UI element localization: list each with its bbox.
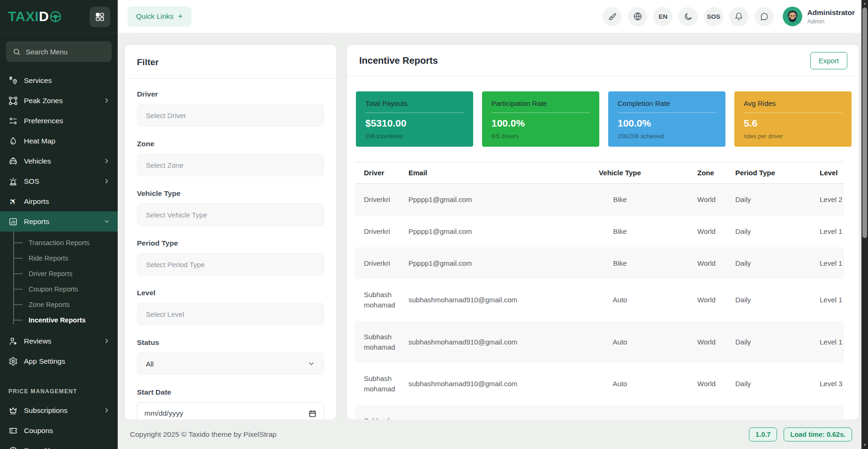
cell-email: subhashmohamad910@gmail.com [402,405,557,419]
scrollbar-thumb[interactable] [862,7,867,238]
submenu-item[interactable]: Driver Reports [0,266,118,281]
sliders-icon [8,116,18,126]
column-header-period-type[interactable]: Period Type [723,162,820,184]
column-header-zone[interactable]: Zone [683,162,723,184]
submenu-item[interactable]: Zone Reports [0,297,118,312]
tree-tick [13,242,23,243]
tree-tick [13,304,23,305]
sidebar-item-services[interactable]: Services [0,70,118,90]
sidebar-item-heat-map[interactable]: Heat Map [0,131,118,151]
filter-select-placeholder: Select Period Type [146,261,205,269]
stat-divider [618,112,716,113]
sidebar-item-reports[interactable]: Reports [0,211,118,232]
sidebar-item-label: Coupons [24,427,110,435]
filter-field-group: Zone Select Zone [137,140,324,176]
status-select[interactable]: All [137,352,324,375]
table-row: Subhash mohamad subhashmohamad910@gmail.… [355,321,844,363]
status-label: Status [137,338,324,347]
reports-table-wrap: Driver Email Vehicle Type Zone Period Ty… [355,162,848,419]
status-field-group: Status All [137,338,324,375]
stat-title: Avg Rides [744,99,842,107]
filter-select-placeholder: Select Driver [146,112,186,120]
table-row: Driverkri Ppppp1@gmail.com Bike World Da… [355,184,844,216]
sidebar-search-input[interactable]: Search Menu [6,41,112,62]
submenu-item[interactable]: Coupon Reports [0,281,118,297]
filter-select[interactable]: Select Period Type [137,253,324,276]
notifications-button[interactable] [729,7,748,26]
filter-field-label: Vehicle Type [137,189,324,198]
sidebar-item-airports[interactable]: ✈ Airports [0,191,118,211]
sidebar-item-label: Extra Charges [24,447,110,449]
export-button[interactable]: Export [810,52,847,69]
quick-links-button[interactable]: Quick Links + [128,7,191,27]
submenu-item-label: Ride Reports [29,254,68,262]
submenu-item-label: Transaction Reports [29,239,90,247]
sidebar-toggle-button[interactable] [90,7,110,27]
brand-text-primary: TAXI [8,9,39,24]
column-header-email[interactable]: Email [402,162,557,184]
filter-select[interactable]: Select Vehicle Type [137,203,324,226]
cell-zone: World [683,247,723,279]
column-header-driver[interactable]: Driver [355,162,402,184]
stat-subtitle: 206/206 achieved [618,133,716,140]
user-menu[interactable]: Administrator Admin [783,7,855,26]
brand-text-secondary: D [39,9,49,24]
filter-select[interactable]: Select Zone [137,154,324,176]
cell-driver: Subhash mohamad [355,363,402,405]
taxi-icon [8,157,18,166]
cell-vehicle-type: Bike [557,184,683,216]
plus-icon: + [178,12,183,22]
cell-vehicle-type: Bike [557,247,683,279]
sidebar-item-subscriptions[interactable]: Subscriptions [0,400,118,420]
filter-select[interactable]: Select Driver [137,104,324,127]
stat-title: Completion Rate [618,99,716,107]
filter-field-group: Vehicle Type Select Vehicle Type [137,189,324,226]
sidebar-item-app-settings[interactable]: App Settings [0,351,118,371]
status-value: All [146,360,154,368]
steering-wheel-icon [49,10,62,23]
messages-button[interactable] [755,7,774,26]
page-scrollbar[interactable]: ▲ ▼ [861,0,868,449]
page-title: Incentive Reports [359,55,438,66]
sidebar-item-reviews[interactable]: Reviews [0,331,118,351]
cell-period-type: Daily [723,184,820,216]
scroll-down-arrow[interactable]: ▼ [861,442,868,448]
sidebar-item-vehicles[interactable]: Vehicles [0,151,118,171]
cell-driver: Driverkri [355,247,402,279]
filter-field-label: Zone [137,140,324,148]
submenu-item[interactable]: Transaction Reports [0,235,118,250]
start-date-label: Start Date [137,388,324,397]
filter-panel: Filter Driver Select Driver Zone [125,45,336,419]
filter-title: Filter [137,57,324,67]
incentive-reports-panel: Incentive Reports Export Total Payouts $… [347,45,859,419]
submenu-item[interactable]: Incentive Reports [0,312,118,328]
language-selector[interactable]: EN [653,7,672,26]
dark-mode-button[interactable] [679,7,698,26]
filter-select[interactable]: Select Level [137,303,324,325]
start-date-input[interactable]: mm/dd/yyyy [137,402,324,419]
user-star-icon [8,337,18,346]
sidebar-item-extra-charges[interactable]: Extra Charges [0,441,118,449]
column-header-level[interactable]: Level [820,162,844,184]
chevron-down-icon [103,218,110,225]
filter-field-group: Period Type Select Period Type [137,239,324,276]
sidebar-item-peak-zones[interactable]: Peak Zones [0,90,118,111]
plane-icon: ✈ [8,197,18,206]
cell-period-type: Daily [723,279,820,321]
sidebar-item-coupons[interactable]: Coupons [0,420,118,441]
sidebar-item-sos[interactable]: SOS [0,171,118,191]
customizer-button[interactable] [603,7,622,26]
submenu-item[interactable]: Ride Reports [0,250,118,266]
column-header-vehicle-type[interactable]: Vehicle Type [557,162,683,184]
cell-email: subhashmohamad910@gmail.com [402,363,557,405]
search-icon [13,48,21,56]
scroll-up-arrow[interactable]: ▲ [861,0,868,7]
cell-period-type: Daily [723,321,820,363]
dollar-circle-icon [8,446,18,449]
sos-button[interactable]: SOS [704,7,723,26]
stat-subtitle: rides per driver [744,133,842,140]
brand-logo[interactable]: TAXID [8,9,62,24]
language-globe-button[interactable] [628,7,647,26]
calendar-icon[interactable] [309,410,317,418]
sidebar-item-preferences[interactable]: Preferences [0,111,118,131]
